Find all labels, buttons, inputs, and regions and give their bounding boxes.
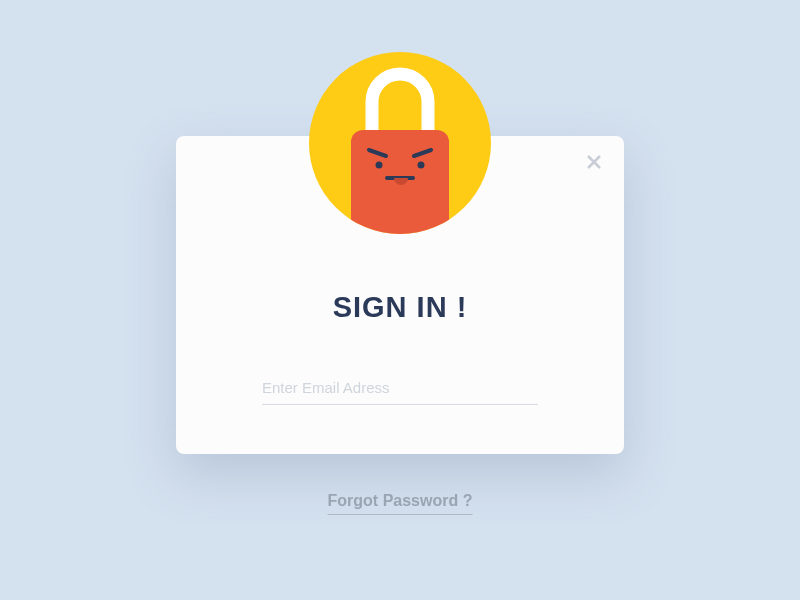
svg-point-4: [418, 162, 425, 169]
signin-modal: SIGN IN !: [176, 136, 624, 454]
lock-icon: [309, 220, 491, 237]
close-icon: [585, 153, 603, 175]
lock-avatar: [309, 52, 491, 234]
email-input[interactable]: [262, 371, 538, 405]
close-button[interactable]: [582, 152, 606, 176]
signin-title: SIGN IN !: [176, 291, 624, 324]
forgot-password-link[interactable]: Forgot Password ?: [328, 492, 473, 515]
svg-point-3: [376, 162, 383, 169]
